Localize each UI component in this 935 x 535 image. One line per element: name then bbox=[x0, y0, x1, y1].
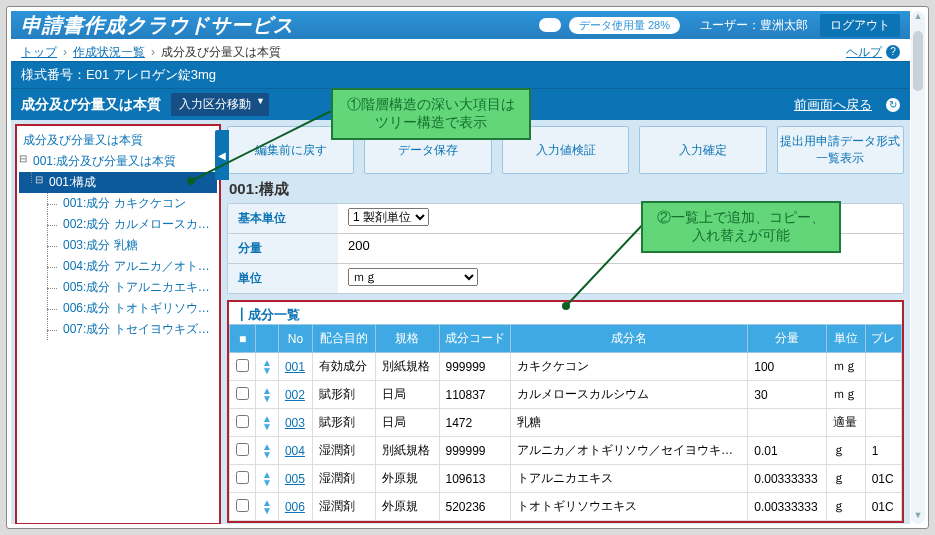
dose-unit-select[interactable]: ｍｇ bbox=[348, 268, 478, 286]
help-link[interactable]: ヘルプ bbox=[846, 44, 882, 61]
row-spec: 日局 bbox=[376, 409, 439, 437]
breadcrumb-current: 成分及び分量又は本質 bbox=[161, 44, 281, 61]
row-checkbox[interactable] bbox=[236, 499, 249, 512]
table-row[interactable]: ▲▼002賦形剤日局110837カルメロースカルシウム30ｍｇ bbox=[230, 381, 902, 409]
row-checkbox[interactable] bbox=[236, 443, 249, 456]
row-checkbox[interactable] bbox=[236, 415, 249, 428]
tree-leaf[interactable]: 007:成分 トセイヨウキズタエ bbox=[17, 319, 219, 340]
row-no-link[interactable]: 001 bbox=[285, 360, 305, 374]
col-no[interactable]: No bbox=[278, 325, 312, 353]
row-no-link[interactable]: 004 bbox=[285, 444, 305, 458]
scroll-up-icon[interactable]: ▲ bbox=[911, 11, 925, 25]
tree-leaf[interactable]: 006:成分 トオトギリソウエキ bbox=[17, 298, 219, 319]
row-unit: 適量 bbox=[827, 409, 865, 437]
row-sort-handle[interactable]: ▲▼ bbox=[256, 381, 279, 409]
row-checkbox[interactable] bbox=[236, 471, 249, 484]
tree-leaf[interactable]: 003:成分 乳糖 bbox=[17, 235, 219, 256]
tree-parent[interactable]: 001:成分及び分量又は本質 bbox=[17, 151, 219, 172]
table-row[interactable]: ▲▼003賦形剤日局1472乳糖適量 bbox=[230, 409, 902, 437]
row-checkbox[interactable] bbox=[236, 359, 249, 372]
row-sort-handle[interactable]: ▲▼ bbox=[256, 493, 279, 521]
row-spec: 外原規 bbox=[376, 493, 439, 521]
list-title: ┃成分一覧 bbox=[229, 302, 902, 324]
row-name: アルニカ／オトギリソウ／セイヨウキ… bbox=[510, 437, 747, 465]
base-unit-label: 基本単位 bbox=[228, 204, 338, 233]
col-name[interactable]: 成分名 bbox=[510, 325, 747, 353]
col-purpose[interactable]: 配合目的 bbox=[313, 325, 376, 353]
tree-selected[interactable]: 001:構成 bbox=[19, 172, 217, 193]
row-code: 1472 bbox=[439, 409, 510, 437]
back-link[interactable]: 前画面へ戻る bbox=[794, 96, 872, 114]
row-amount bbox=[748, 409, 827, 437]
row-sort-handle[interactable]: ▲▼ bbox=[256, 465, 279, 493]
row-sort-handle[interactable]: ▲▼ bbox=[256, 437, 279, 465]
row-name: カキクケコン bbox=[510, 353, 747, 381]
row-code: 110837 bbox=[439, 381, 510, 409]
row-no-link[interactable]: 002 bbox=[285, 388, 305, 402]
base-unit-select[interactable]: 1 製剤単位 bbox=[348, 208, 429, 226]
col-code[interactable]: 成分コード bbox=[439, 325, 510, 353]
row-checkbox[interactable] bbox=[236, 387, 249, 400]
table-row[interactable]: ▲▼001有効成分別紙規格999999カキクケコン100ｍｇ bbox=[230, 353, 902, 381]
amount-label: 分量 bbox=[228, 234, 338, 263]
row-purpose: 湿潤剤 bbox=[313, 493, 376, 521]
col-unit[interactable]: 単位 bbox=[827, 325, 865, 353]
row-sort-handle[interactable]: ▲▼ bbox=[256, 353, 279, 381]
export-button[interactable]: 提出用申請データ形式一覧表示 bbox=[777, 126, 904, 174]
row-amount: 0.00333333 bbox=[748, 465, 827, 493]
row-pre: 1 bbox=[865, 437, 901, 465]
row-purpose: 有効成分 bbox=[313, 353, 376, 381]
col-pre[interactable]: プレ bbox=[865, 325, 901, 353]
row-amount: 30 bbox=[748, 381, 827, 409]
row-purpose: 賦形剤 bbox=[313, 381, 376, 409]
confirm-button[interactable]: 入力確定 bbox=[639, 126, 766, 174]
tree-leaf[interactable]: 002:成分 カルメロースカルシ bbox=[17, 214, 219, 235]
row-sort-handle[interactable]: ▲▼ bbox=[256, 409, 279, 437]
row-unit: ｍｇ bbox=[827, 381, 865, 409]
tree-leaf[interactable]: 005:成分 トアルニカエキス（ bbox=[17, 277, 219, 298]
section-dropdown[interactable]: 入力区分移動 bbox=[171, 93, 269, 116]
col-spec[interactable]: 規格 bbox=[376, 325, 439, 353]
form-number-bar: 様式番号：E01 アレロゲン錠3mg bbox=[11, 61, 910, 89]
col-check[interactable]: ■ bbox=[230, 325, 256, 353]
tree-leaf[interactable]: 001:成分 カキクケコン bbox=[17, 193, 219, 214]
dose-unit-label: 単位 bbox=[228, 264, 338, 293]
row-pre bbox=[865, 353, 901, 381]
row-no-link[interactable]: 003 bbox=[285, 416, 305, 430]
help-icon[interactable]: ? bbox=[886, 45, 900, 59]
window-scrollbar[interactable]: ▲ ▼ bbox=[911, 11, 925, 524]
row-no-link[interactable]: 006 bbox=[285, 500, 305, 514]
app-window: ▲ ▼ 申請書作成クラウドサービス データ使用量 28% ユーザー：豊洲太郎 ロ… bbox=[6, 6, 929, 529]
data-usage-pill: データ使用量 28% bbox=[569, 17, 680, 34]
logout-button[interactable]: ログアウト bbox=[820, 14, 900, 37]
table-row[interactable]: ▲▼004湿潤剤別紙規格999999アルニカ／オトギリソウ／セイヨウキ…0.01… bbox=[230, 437, 902, 465]
row-name: トアルニカエキス bbox=[510, 465, 747, 493]
app-title: 申請書作成クラウドサービス bbox=[21, 12, 294, 39]
section-heading: 001:構成 bbox=[229, 180, 904, 199]
row-purpose: 賦形剤 bbox=[313, 409, 376, 437]
row-spec: 別紙規格 bbox=[376, 353, 439, 381]
row-purpose: 湿潤剤 bbox=[313, 437, 376, 465]
table-row[interactable]: ▲▼005湿潤剤外原規109613トアルニカエキス0.00333333ｇ01C bbox=[230, 465, 902, 493]
table-row[interactable]: ▲▼006湿潤剤外原規520236トオトギリソウエキス0.00333333ｇ01… bbox=[230, 493, 902, 521]
row-spec: 別紙規格 bbox=[376, 437, 439, 465]
annotation-1: ①階層構造の深い大項目は ツリー構造で表示 bbox=[331, 88, 531, 140]
collapse-tree-tab[interactable]: ◀ bbox=[215, 130, 229, 180]
row-amount: 100 bbox=[748, 353, 827, 381]
scroll-thumb[interactable] bbox=[913, 31, 923, 91]
breadcrumb-top[interactable]: トップ bbox=[21, 44, 57, 61]
row-unit: ｇ bbox=[827, 465, 865, 493]
col-sort bbox=[256, 325, 279, 353]
back-arrow-icon[interactable]: ↻ bbox=[886, 98, 900, 112]
row-code: 520236 bbox=[439, 493, 510, 521]
row-no-link[interactable]: 005 bbox=[285, 472, 305, 486]
scroll-down-icon[interactable]: ▼ bbox=[911, 510, 925, 524]
tree-leaf[interactable]: 004:成分 アルニカ／オトギリ bbox=[17, 256, 219, 277]
row-pre: 01C bbox=[865, 465, 901, 493]
breadcrumb: トップ › 作成状況一覧 › 成分及び分量又は本質 ヘルプ ? bbox=[11, 39, 910, 61]
tree-root[interactable]: 成分及び分量又は本質 bbox=[17, 130, 219, 151]
ingredient-list-panel: ┃成分一覧 ■ No 配合目的 規格 成分コード bbox=[227, 300, 904, 523]
breadcrumb-list[interactable]: 作成状況一覧 bbox=[73, 44, 145, 61]
row-pre bbox=[865, 409, 901, 437]
col-amount[interactable]: 分量 bbox=[748, 325, 827, 353]
